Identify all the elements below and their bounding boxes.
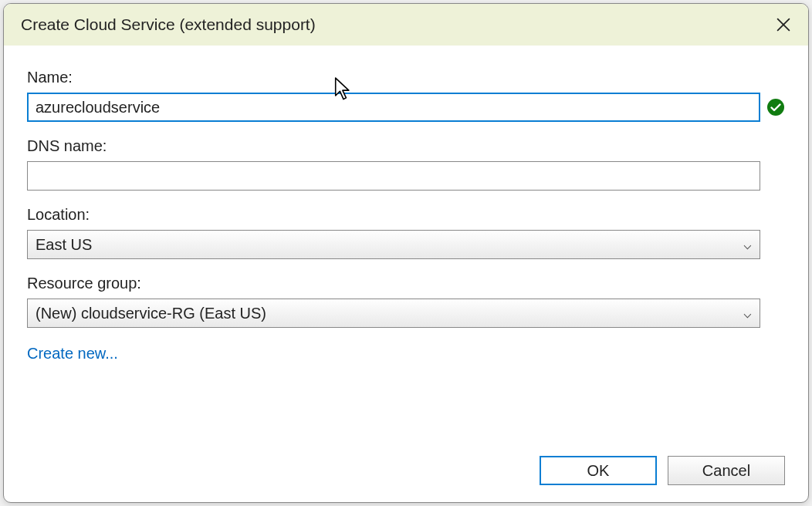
dialog-title: Create Cloud Service (extended support) (21, 15, 316, 34)
cancel-button[interactable]: Cancel (668, 456, 785, 485)
resource-group-field-group: Resource group: (New) cloudservice-RG (E… (27, 275, 785, 328)
dialog-content: Name: DNS name: Location: East US ⌵ (4, 46, 808, 370)
button-row: OK Cancel (540, 456, 785, 485)
svg-point-2 (767, 99, 784, 116)
checkmark-icon (766, 98, 785, 116)
name-input-row (27, 93, 785, 122)
location-input-row: East US ⌵ (27, 230, 785, 259)
name-label: Name: (27, 69, 785, 86)
create-new-link[interactable]: Create new... (27, 345, 118, 363)
dns-input-row (27, 161, 785, 191)
location-label: Location: (27, 206, 785, 224)
dns-input[interactable] (27, 161, 760, 191)
resource-group-select[interactable]: (New) cloudservice-RG (East US) ⌵ (27, 299, 760, 328)
titlebar: Create Cloud Service (extended support) (4, 4, 808, 46)
chevron-down-icon: ⌵ (743, 236, 752, 253)
location-field-group: Location: East US ⌵ (27, 206, 785, 259)
resource-group-label: Resource group: (27, 275, 785, 292)
create-cloud-service-dialog: Create Cloud Service (extended support) … (3, 3, 809, 503)
location-select[interactable]: East US ⌵ (27, 230, 760, 259)
chevron-down-icon: ⌵ (743, 305, 752, 322)
ok-button[interactable]: OK (540, 456, 657, 485)
location-selected-value: East US (36, 236, 92, 254)
name-field-group: Name: (27, 69, 785, 122)
name-input[interactable] (27, 93, 760, 122)
resource-group-input-row: (New) cloudservice-RG (East US) ⌵ (27, 299, 785, 328)
dns-label: DNS name: (27, 137, 785, 155)
dns-field-group: DNS name: (27, 137, 785, 191)
resource-group-selected-value: (New) cloudservice-RG (East US) (36, 305, 266, 322)
close-icon[interactable] (773, 14, 794, 35)
